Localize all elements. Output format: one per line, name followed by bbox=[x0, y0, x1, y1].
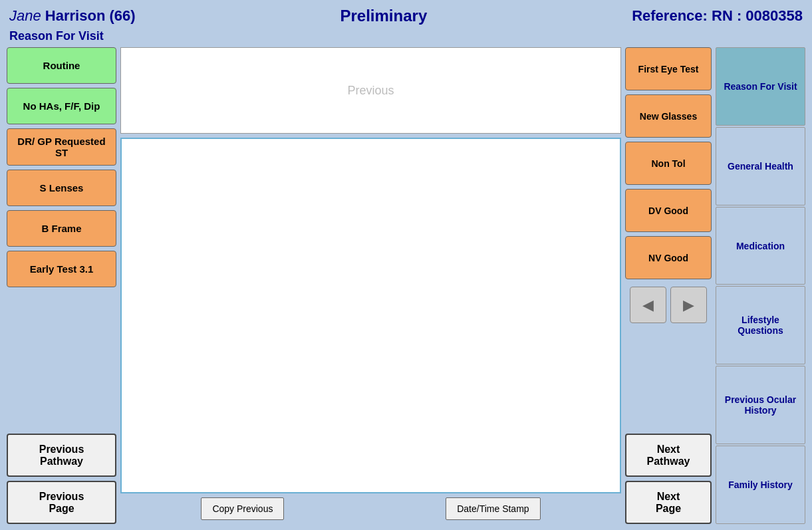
btn-dv-good[interactable]: DV Good bbox=[625, 189, 712, 232]
sidebar-item-medication[interactable]: Medication bbox=[716, 207, 805, 285]
copy-previous-button[interactable]: Copy Previous bbox=[201, 497, 284, 520]
header: Jane Harrison (66) Preliminary Reference… bbox=[7, 7, 805, 25]
right-arrow-button[interactable]: ▶ bbox=[670, 287, 707, 323]
date-time-stamp-button[interactable]: Date/Time Stamp bbox=[446, 497, 540, 520]
btn-no-has[interactable]: No HAs, F/F, Dip bbox=[7, 88, 116, 124]
sidebar-item-lifestyle[interactable]: Lifestyle Questions bbox=[716, 286, 805, 364]
btn-first-eye-test[interactable]: First Eye Test bbox=[625, 47, 712, 90]
action-buttons-row: Copy Previous Date/Time Stamp bbox=[120, 497, 621, 520]
main-layout: Routine No HAs, F/F, Dip DR/ GP Requeste… bbox=[7, 47, 805, 524]
sidebar-item-previous-ocular[interactable]: Previous Ocular History bbox=[716, 366, 805, 444]
sidebar-item-general-health[interactable]: General Health bbox=[716, 127, 805, 205]
sidebar-panel: Reason For Visit General Health Medicati… bbox=[716, 47, 805, 524]
btn-routine[interactable]: Routine bbox=[7, 47, 116, 84]
arrow-button-row: ◀ ▶ bbox=[625, 283, 712, 327]
next-pathway-button[interactable]: Next Pathway bbox=[625, 434, 712, 477]
left-arrow-button[interactable]: ◀ bbox=[630, 287, 666, 323]
btn-early-test[interactable]: Early Test 3.1 bbox=[7, 251, 116, 287]
right-panel: First Eye Test New Glasses Non Tol DV Go… bbox=[625, 47, 805, 524]
placeholder-text: Previous bbox=[347, 84, 394, 98]
patient-first-name: Jane bbox=[9, 7, 41, 24]
left-panel: Routine No HAs, F/F, Dip DR/ GP Requeste… bbox=[7, 47, 116, 524]
main-text-area[interactable] bbox=[120, 138, 621, 493]
patient-info: Jane Harrison (66) bbox=[9, 7, 136, 25]
center-panel: Previous Copy Previous Date/Time Stamp bbox=[120, 47, 621, 524]
btn-s-lenses[interactable]: S Lenses bbox=[7, 170, 116, 206]
section-heading: Reason For Visit bbox=[7, 29, 805, 43]
sidebar-item-family-history[interactable]: Family History bbox=[716, 446, 805, 524]
previous-page-button[interactable]: Previous Page bbox=[7, 481, 116, 524]
reference-number: Reference: RN : 0080358 bbox=[632, 7, 803, 25]
right-button-group: First Eye Test New Glasses Non Tol DV Go… bbox=[625, 47, 712, 524]
next-page-button[interactable]: Next Page bbox=[625, 481, 712, 524]
btn-b-frame[interactable]: B Frame bbox=[7, 210, 116, 247]
btn-nv-good[interactable]: NV Good bbox=[625, 236, 712, 279]
btn-dr-gp[interactable]: DR/ GP Requested ST bbox=[7, 128, 116, 166]
sidebar-item-reason-for-visit[interactable]: Reason For Visit bbox=[716, 47, 805, 126]
patient-last-name: Harrison (66) bbox=[45, 7, 136, 24]
previous-text-area[interactable]: Previous bbox=[120, 47, 621, 134]
page-title: Preliminary bbox=[340, 7, 428, 25]
previous-pathway-button[interactable]: Previous Pathway bbox=[7, 434, 116, 477]
btn-new-glasses[interactable]: New Glasses bbox=[625, 94, 712, 138]
btn-non-tol[interactable]: Non Tol bbox=[625, 142, 712, 185]
